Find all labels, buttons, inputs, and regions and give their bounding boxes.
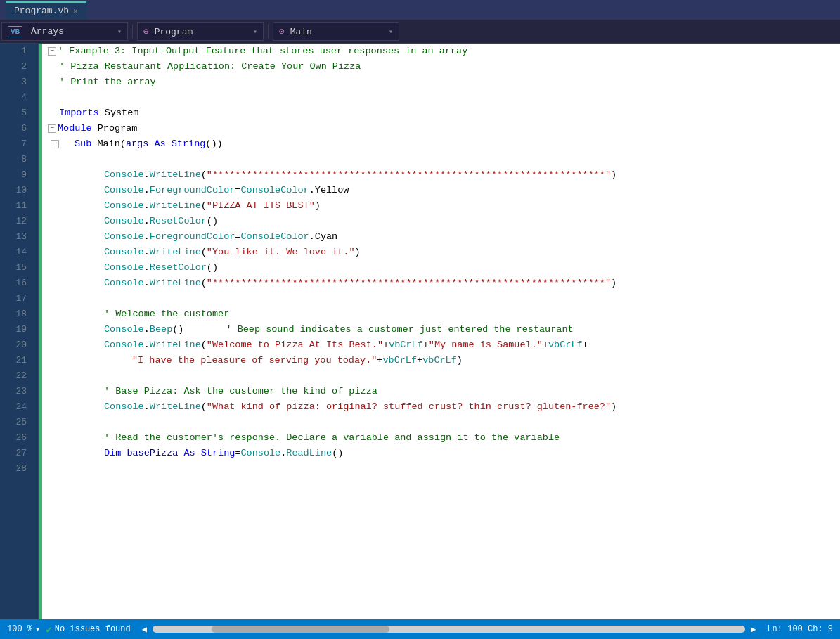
line-num-12: 12 (0, 214, 32, 229)
code-line-4 (42, 90, 840, 105)
code-line-9: Console . WriteLine ( "*****************… (42, 167, 840, 183)
program-icon: ⊕ (143, 27, 155, 37)
zoom-chevron[interactable]: ▾ (35, 624, 40, 635)
line-num-24: 24 (0, 399, 32, 415)
code-line-23: ' Base Pizza: Ask the customer the kind … (42, 384, 840, 399)
arrays-dropdown[interactable]: VB Arrays ▾ (1, 22, 128, 41)
title-bar: Program.vb ✕ (0, 0, 840, 20)
line-num-10: 10 (0, 183, 32, 198)
code-text-2: ' Pizza Restaurant Application: Create Y… (59, 59, 361, 75)
code-text-6-mod: Program (92, 121, 138, 136)
tab-close-button[interactable]: ✕ (73, 6, 78, 15)
line-num-15: 15 (0, 260, 32, 276)
vb-icon: VB (8, 26, 22, 37)
line-num-25: 25 (0, 415, 32, 430)
code-text-6-kw: Module (58, 121, 92, 136)
code-text-3: ' Print the array (59, 75, 156, 90)
scroll-right-arrow[interactable]: ▶ (751, 624, 756, 635)
code-line-18: ' Welcome the customer (42, 306, 840, 322)
chevron-down-icon: ▾ (117, 27, 122, 36)
check-icon: ✔ (46, 624, 51, 635)
line-num-8: 8 (0, 152, 32, 167)
code-line-21: "I have the pleasure of serving you toda… (42, 353, 840, 368)
horizontal-scroll-thumb[interactable] (212, 626, 389, 633)
code-line-11: Console . WriteLine ( "PIZZA AT ITS BEST… (42, 198, 840, 214)
active-tab[interactable]: Program.vb ✕ (6, 1, 86, 19)
program-dropdown[interactable]: ⊕ Program ▾ (137, 22, 264, 41)
code-line-14: Console . WriteLine ( "You like it. We l… (42, 245, 840, 260)
code-line-10: Console . ForegroundColor = ConsoleColor… (42, 183, 840, 198)
code-line-22 (42, 368, 840, 384)
horizontal-scrollbar[interactable] (153, 626, 745, 633)
line-num-20: 20 (0, 337, 32, 353)
collapse-btn-6[interactable]: − (48, 124, 56, 133)
code-line-15: Console . ResetColor () (42, 260, 840, 276)
scroll-area[interactable]: ◀ ▶ (142, 624, 756, 635)
scroll-left-arrow[interactable]: ◀ (142, 624, 147, 635)
code-line-8 (42, 152, 840, 167)
main-icon: ⊙ (279, 27, 290, 37)
code-line-27: Dim basePizza As String = Console . Read… (42, 446, 840, 461)
code-area[interactable]: − ' Example 3: Input-Output Feature that… (42, 44, 840, 619)
main-dropdown[interactable]: ⊙ Main ▾ (273, 22, 399, 41)
collapse-btn-1[interactable]: − (48, 47, 56, 56)
code-text-1: ' Example 3: Input-Output Feature that s… (58, 44, 467, 59)
code-line-26: ' Read the customer's response. Declare … (42, 430, 840, 446)
code-line-2: ' Pizza Restaurant Application: Create Y… (42, 59, 840, 75)
chevron-down-icon-3: ▾ (389, 27, 393, 36)
collapse-btn-7[interactable]: − (51, 140, 59, 148)
code-text-5-kw: Imports (59, 105, 99, 121)
code-line-1: − ' Example 3: Input-Output Feature that… (42, 44, 840, 59)
code-line-13: Console . ForegroundColor = ConsoleColor… (42, 229, 840, 245)
line-num-27: 27 (0, 446, 32, 461)
line-num-19: 19 (0, 322, 32, 337)
zoom-indicator: 100 % ▾ (7, 624, 40, 635)
line-num-9: 9 (0, 167, 32, 183)
status-bar: 100 % ▾ ✔ No issues found ◀ ▶ Ln: 100 Ch… (0, 619, 840, 639)
zoom-value: 100 % (7, 624, 32, 634)
line-num-22: 22 (0, 368, 32, 384)
code-line-20: Console . WriteLine ( "Welcome to Pizza … (42, 337, 840, 353)
toolbar: VB Arrays ▾ ⊕ Program ▾ ⊙ Main ▾ (0, 20, 840, 44)
toolbar-divider-2 (268, 25, 269, 39)
code-line-6: − Module Program (42, 121, 840, 136)
code-line-7: − Sub Main( args As String ()) (42, 136, 840, 152)
code-text-5-sys: System (99, 105, 139, 121)
line-num-3: 3 (0, 75, 32, 90)
issues-text: No issues found (55, 624, 131, 634)
code-line-5: Imports System (42, 105, 840, 121)
line-col-indicator: Ln: 100 Ch: 9 (767, 624, 833, 634)
code-line-28 (42, 461, 840, 477)
chevron-down-icon-2: ▾ (253, 27, 257, 36)
status-left: 100 % ▾ ✔ No issues found (7, 624, 131, 635)
line-num-17: 17 (0, 291, 32, 306)
code-line-19: Console . Beep () ' Beep sound indicates… (42, 322, 840, 337)
code-line-17 (42, 291, 840, 306)
line-num-7: 7 (0, 136, 32, 152)
code-line-12: Console . ResetColor () (42, 214, 840, 229)
editor: 1 2 3 4 5 6 7 8 9 10 11 12 13 14 15 16 1… (0, 44, 840, 619)
code-line-3: ' Print the array (42, 75, 840, 90)
issues-status: ✔ No issues found (46, 624, 130, 635)
line-num-6: 6 (0, 121, 32, 136)
line-num-2: 2 (0, 59, 32, 75)
code-line-24: Console . WriteLine ( "What kind of pizz… (42, 399, 840, 415)
code-line-16: Console . WriteLine ( "*****************… (42, 276, 840, 291)
code-line-25 (42, 415, 840, 430)
line-num-4: 4 (0, 90, 32, 105)
line-num-28: 28 (0, 461, 32, 477)
line-num-18: 18 (0, 306, 32, 322)
toolbar-divider-1 (132, 25, 133, 39)
line-num-26: 26 (0, 430, 32, 446)
line-num-16: 16 (0, 276, 32, 291)
code-text-7-sub: Sub (75, 136, 91, 152)
line-num-14: 14 (0, 245, 32, 260)
line-num-11: 11 (0, 198, 32, 214)
line-num-5: 5 (0, 105, 32, 121)
status-right: Ln: 100 Ch: 9 (767, 624, 833, 634)
line-numbers: 1 2 3 4 5 6 7 8 9 10 11 12 13 14 15 16 1… (0, 44, 39, 619)
tab-label: Program.vb (14, 6, 69, 16)
line-num-13: 13 (0, 229, 32, 245)
line-num-1: 1 (0, 44, 32, 59)
line-num-21: 21 (0, 353, 32, 368)
